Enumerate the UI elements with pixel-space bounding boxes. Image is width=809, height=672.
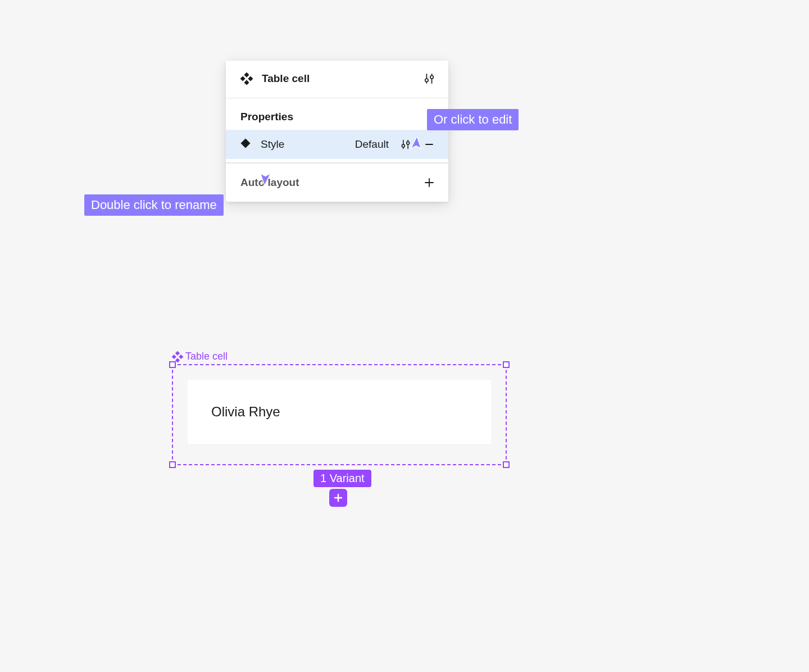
variant-diamond-icon — [240, 138, 251, 151]
svg-rect-18 — [172, 354, 176, 358]
resize-handle-br[interactable] — [503, 461, 510, 468]
add-variant-button[interactable] — [329, 489, 347, 507]
add-auto-layout-button[interactable] — [422, 176, 436, 189]
svg-point-7 — [430, 76, 434, 79]
plus-icon — [333, 493, 343, 503]
svg-rect-17 — [175, 358, 180, 362]
canvas-component-label-text: Table cell — [185, 351, 228, 362]
svg-rect-2 — [240, 76, 246, 81]
property-name[interactable]: Style — [261, 138, 284, 151]
table-cell-text: Olivia Rhye — [211, 404, 280, 420]
panel-header-title-group: Table cell — [240, 72, 310, 85]
svg-rect-3 — [248, 76, 253, 81]
variant-count-badge: 1 Variant — [313, 470, 371, 487]
component-set-icon — [172, 351, 183, 362]
svg-rect-0 — [244, 72, 249, 78]
svg-rect-19 — [179, 354, 183, 358]
component-name[interactable]: Table cell — [262, 72, 310, 85]
resize-handle-tr[interactable] — [503, 361, 510, 368]
settings-sliders-button[interactable] — [422, 72, 436, 85]
resize-handle-tl[interactable] — [169, 361, 176, 368]
table-cell-instance[interactable]: Olivia Rhye — [188, 380, 491, 444]
panel-header: Table cell — [226, 61, 448, 98]
resize-handle-bl[interactable] — [169, 461, 176, 468]
property-value: Default — [355, 138, 389, 151]
svg-rect-1 — [244, 80, 249, 85]
svg-rect-8 — [241, 139, 251, 148]
tooltip-edit: Or click to edit — [427, 109, 519, 130]
tooltip-rename: Double click to rename — [84, 194, 224, 216]
svg-point-10 — [402, 144, 404, 147]
svg-rect-16 — [175, 351, 180, 356]
cursor-edit-icon — [409, 137, 425, 153]
svg-point-5 — [425, 79, 429, 82]
cursor-rename-icon — [257, 169, 272, 185]
component-set-icon — [240, 72, 253, 85]
canvas-component-label[interactable]: Table cell — [172, 351, 228, 362]
properties-section-title: Properties — [226, 98, 448, 130]
